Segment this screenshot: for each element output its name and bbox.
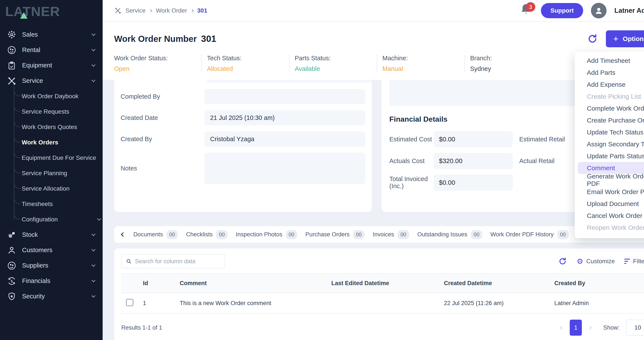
menu-item-cancel-work-order[interactable]: Cancel Work Order	[575, 210, 644, 222]
sidebar-item-sales[interactable]: Sales	[0, 27, 103, 42]
options-button[interactable]: + Options	[606, 30, 644, 47]
tabs-scroll-left-icon[interactable]	[121, 232, 126, 237]
chevron-right-icon	[190, 9, 194, 12]
row-checkbox[interactable]	[126, 299, 134, 306]
tree-branch	[14, 177, 20, 189]
status-label: Work Order Status:	[114, 55, 199, 62]
sidebar-item-rental[interactable]: Rental	[0, 42, 103, 58]
customize-button[interactable]: ⚙ Customize	[577, 258, 615, 265]
status-label: Tech Status:	[207, 55, 287, 62]
tab-count-badge: 00	[557, 230, 569, 239]
column-header-created-datetime[interactable]: Created Datetime	[444, 273, 554, 293]
created-date-field[interactable]: 21 Jul 2025 (10:30 am)	[204, 110, 365, 125]
previous-page-icon[interactable]	[560, 326, 564, 329]
search-input[interactable]	[135, 258, 220, 265]
menu-item-add-expense[interactable]: Add Expense	[575, 79, 644, 90]
tab-count-badge: 00	[166, 230, 178, 239]
menu-item-create-picking-list: Create Picking List	[575, 90, 644, 102]
sidebar-item-label: Work Orders Quotes	[22, 124, 103, 130]
status-label: Parts Status:	[295, 55, 374, 62]
chevron-down-icon	[92, 32, 95, 36]
column-header-comment[interactable]: Comment	[180, 273, 331, 293]
field-row-created-date: Created Date 21 Jul 2025 (10:30 am)	[120, 110, 365, 125]
tab-documents[interactable]: Documents 00	[134, 230, 178, 239]
table-row[interactable]: 1 This is a new Work Order comment 22 Ju…	[121, 293, 644, 313]
menu-item-create-purchase-order[interactable]: Create Purchase Order	[575, 114, 644, 126]
completed-by-field[interactable]	[204, 89, 365, 104]
work-order-details-card: Completed By Created Date 21 Jul 2025 (1…	[114, 80, 372, 212]
menu-item-assign-secondary-techs[interactable]: Assign Secondary Techs	[575, 138, 644, 150]
tab-invoices[interactable]: Invoices 00	[373, 230, 409, 239]
menu-item-complete-work-order[interactable]: Complete Work Order	[575, 102, 644, 114]
page-number-button[interactable]: 1	[570, 320, 582, 336]
sidebar-item-label: Service Planning	[22, 170, 103, 177]
field-label: Created By	[120, 135, 204, 143]
menu-item-generate-work-order-pdf[interactable]: Generate Work Order PDF	[575, 174, 644, 186]
table-refresh-icon[interactable]	[558, 257, 567, 266]
cell-created-datetime: 22 Jul 2025 (11:26 am)	[444, 293, 554, 313]
sidebar-item-security[interactable]: Security	[0, 289, 103, 304]
tree-branch	[14, 146, 20, 158]
sidebar-item-suppliers[interactable]: Suppliers	[0, 258, 103, 273]
sidebar-item-label: Financials	[22, 277, 92, 284]
tab-purchase-orders[interactable]: Purchase Orders 00	[305, 230, 364, 239]
tab-checklists[interactable]: Checklists 00	[186, 230, 228, 239]
menu-item-email-work-order-pdf[interactable]: Email Work Order PDF	[575, 186, 644, 198]
sidebar-item-label: Rental	[22, 46, 92, 54]
svg-text:$: $	[10, 279, 12, 283]
notifications-bell-icon[interactable]: 3	[520, 3, 533, 18]
breadcrumb-item-service[interactable]: Service	[126, 7, 146, 14]
tab-inspection-photos[interactable]: Inspection Photos 00	[236, 230, 297, 239]
support-button[interactable]: Support	[541, 3, 583, 18]
breadcrumb-item-work-order[interactable]: Work Order	[156, 7, 187, 14]
actuals-cost-field[interactable]: $320.00	[434, 153, 513, 169]
page-size-select[interactable]: 10 ▾	[626, 320, 644, 336]
customize-label: Customize	[586, 258, 615, 265]
column-header-created-by[interactable]: Created By	[554, 273, 644, 293]
sidebar-item-financials[interactable]: $ Financials	[0, 273, 103, 289]
notes-field[interactable]	[204, 153, 365, 184]
column-header-last-edited[interactable]: Last Edited Datetime	[331, 273, 444, 293]
content: Completed By Created Date 21 Jul 2025 (1…	[103, 80, 644, 340]
sidebar-item-configuration[interactable]: Configuration	[0, 212, 103, 227]
sidebar-item-label: Timesheets	[22, 201, 103, 208]
menu-item-update-tech-status[interactable]: Update Tech Status	[575, 126, 644, 138]
chevron-down-icon	[97, 217, 101, 221]
comments-table: Id Comment Last Edited Datetime Created …	[121, 273, 644, 313]
breadcrumb: Service Work Order 301	[114, 7, 207, 14]
field-label: Completed By	[120, 93, 204, 100]
created-by-field[interactable]: Cristobal Yzaga	[204, 131, 365, 146]
sidebar-item-label: Configuration	[22, 216, 98, 223]
total-invoiced-field[interactable]: $0.00	[434, 175, 513, 191]
logo[interactable]: LATNER	[0, 0, 103, 23]
avatar[interactable]	[591, 3, 606, 19]
tab-work-order-pdf-history[interactable]: Work Order PDF History 00	[490, 230, 569, 239]
menu-item-upload-document[interactable]: Upload Document	[575, 198, 644, 210]
next-page-icon[interactable]	[588, 326, 592, 329]
sidebar-item-label: Work Orders	[22, 139, 103, 146]
financials-icon: $	[6, 276, 17, 286]
menu-item-comment[interactable]: Comment	[578, 162, 644, 174]
sidebar-item-stock[interactable]: Stock	[0, 227, 103, 242]
field-row-completed-by: Completed By	[120, 89, 365, 104]
refresh-icon[interactable]	[587, 33, 598, 45]
sidebar-item-label: Equipment Due For Service	[22, 154, 103, 161]
menu-item-add-parts[interactable]: Add Parts	[575, 67, 644, 79]
select-all-column	[121, 273, 143, 293]
sidebar-item-equipment[interactable]: Equipment	[0, 58, 103, 73]
menu-item-add-timesheet[interactable]: Add Timesheet	[575, 55, 644, 67]
main-area: Service Work Order 301 3 Support	[103, 0, 644, 340]
menu-item-update-parts-status[interactable]: Update Parts Status	[575, 150, 644, 162]
tab-outstanding-issues[interactable]: Outstanding Issues 00	[417, 230, 482, 239]
sidebar-item-customers[interactable]: Customers	[0, 242, 103, 258]
user-name[interactable]: Latner Admin	[614, 7, 644, 15]
filter-by-button[interactable]: Filter by	[624, 258, 644, 265]
plus-icon: +	[613, 35, 618, 43]
estimated-cost-field[interactable]: $0.00	[434, 131, 513, 147]
field-label: Created Date	[120, 114, 204, 121]
tree-branch	[14, 208, 20, 219]
chevron-down-icon	[92, 63, 95, 67]
column-header-id[interactable]: Id	[143, 273, 180, 293]
field-label: Actual Retail	[519, 157, 569, 164]
tab-count-badge: 00	[398, 230, 409, 239]
